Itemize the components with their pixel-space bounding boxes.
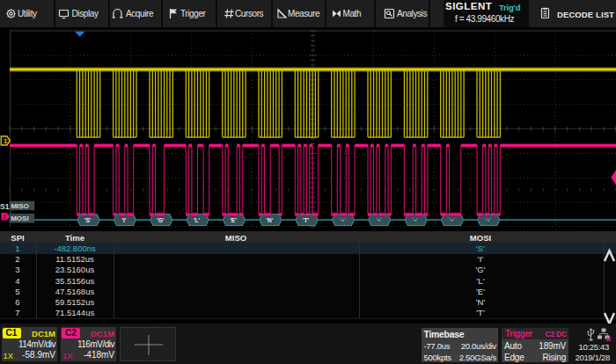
svg-text:'T': 'T' — [303, 217, 310, 223]
svg-text:S1: S1 — [0, 202, 10, 211]
svg-text:MISO: MISO — [11, 202, 28, 210]
svg-text:'N': 'N' — [266, 217, 273, 223]
svg-text:'S': 'S' — [84, 217, 92, 223]
svg-text:'L': 'L' — [194, 217, 201, 223]
svg-text:'¬': '¬' — [377, 217, 381, 222]
svg-text:MOSI: MOSI — [11, 215, 28, 222]
svg-text:'¬': '¬' — [340, 217, 344, 222]
svg-text:'¬': '¬' — [413, 217, 417, 222]
svg-text:1: 1 — [4, 137, 8, 145]
svg-text:'I': 'I' — [121, 217, 126, 223]
svg-text:'¬': '¬' — [486, 217, 490, 222]
svg-text:2: 2 — [3, 213, 6, 221]
svg-text:'¬': '¬' — [449, 217, 453, 222]
svg-text:'E': 'E' — [230, 217, 237, 223]
svg-text:'G': 'G' — [157, 217, 165, 223]
